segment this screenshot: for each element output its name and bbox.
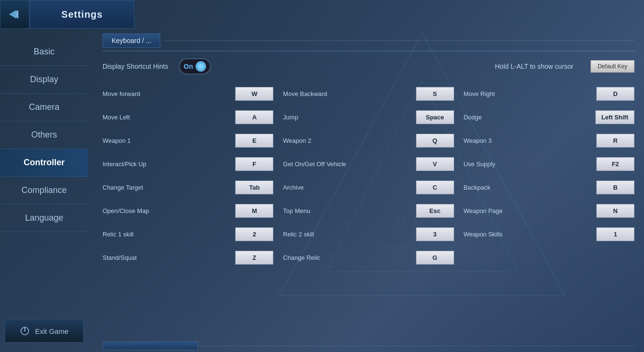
keybind-relic2: Relic 2 skill 3 — [283, 224, 454, 244]
key-move-forward[interactable]: W — [235, 87, 273, 101]
key-change-relic[interactable]: G — [416, 251, 454, 265]
keybind-change-target: Change Target Tab — [103, 178, 273, 197]
keybind-backpack: Backpack B — [464, 178, 634, 197]
key-weapon2[interactable]: Q — [416, 134, 454, 148]
shortcut-hints-toggle[interactable]: On — [179, 58, 211, 75]
header: Settings — [0, 0, 644, 29]
bottom-scrollbar — [103, 341, 634, 350]
keybind-weapon1: Weapon 1 E — [103, 131, 273, 150]
toggle-circle-icon — [196, 61, 206, 72]
page-title: Settings — [62, 9, 103, 20]
keybind-weapon-page: Weapon Page N — [464, 201, 634, 221]
keybind-weapon2: Weapon 2 Q — [283, 131, 454, 150]
sidebar-item-compliance[interactable]: Compliance — [0, 177, 88, 204]
display-shortcut-row: Display Shortcut Hints On Hold L-ALT to … — [103, 55, 634, 77]
keybind-dodge: Dodge Left Shift — [464, 107, 634, 127]
sidebar: Basic Display Camera Others Controller C… — [0, 29, 88, 352]
key-weapon1[interactable]: E — [235, 134, 273, 148]
keybind-map: Open/Close Map M — [103, 201, 273, 221]
key-vehicle[interactable]: V — [416, 157, 454, 171]
main-content: Keyboard / ... Display Shortcut Hints On… — [88, 29, 644, 352]
exit-game-button[interactable]: Exit Game — [5, 320, 83, 342]
sidebar-item-display[interactable]: Display — [0, 66, 88, 94]
keybind-move-right: Move Right D — [464, 84, 634, 104]
key-top-menu[interactable]: Esc — [416, 204, 454, 218]
title-bar: Settings — [30, 0, 135, 29]
key-backpack[interactable]: B — [596, 181, 634, 194]
key-move-left[interactable]: A — [235, 110, 273, 124]
key-move-backward[interactable]: S — [416, 87, 454, 101]
keybind-move-forward: Move forward W — [103, 84, 273, 104]
tab-strip: Keyboard / ... — [103, 33, 634, 52]
key-archive[interactable]: C — [416, 181, 454, 194]
keybind-top-menu: Top Menu Esc — [283, 201, 454, 221]
key-dodge[interactable]: Left Shift — [595, 110, 634, 124]
keybind-interact: Interact/Pick Up F — [103, 154, 273, 174]
key-relic2[interactable]: 3 — [416, 227, 454, 241]
sidebar-item-controller[interactable]: Controller — [0, 149, 88, 177]
key-supply[interactable]: F2 — [596, 157, 634, 171]
keybind-archive: Archive C — [283, 178, 454, 197]
key-map[interactable]: M — [235, 204, 273, 218]
exit-game-label: Exit Game — [35, 327, 68, 335]
sidebar-item-camera[interactable]: Camera — [0, 94, 88, 121]
keybind-move-backward: Move Backward S — [283, 84, 454, 104]
keybind-move-left: Move Left A — [103, 107, 273, 127]
tab-keyboard[interactable]: Keyboard / ... — [103, 33, 160, 48]
keybind-change-relic: Change Relic G — [283, 248, 454, 267]
key-interact[interactable]: F — [235, 157, 273, 171]
shortcut-hints-label: Display Shortcut Hints — [103, 63, 169, 70]
keybind-stand-squat: Stand/Squat Z — [103, 248, 273, 267]
key-change-target[interactable]: Tab — [235, 181, 273, 194]
keybind-jump: Jump Space — [283, 107, 454, 127]
power-icon — [20, 326, 30, 336]
default-key-button[interactable]: Default Key — [591, 60, 634, 73]
keybind-vehicle: Get On/Get Off Vehicle V — [283, 154, 454, 174]
svg-marker-6 — [9, 10, 16, 19]
sidebar-item-basic[interactable]: Basic — [0, 38, 88, 66]
key-weapon3[interactable]: R — [596, 134, 634, 148]
scroll-tab[interactable] — [103, 341, 198, 350]
key-move-right[interactable]: D — [596, 87, 634, 101]
keybind-relic1: Relic 1 skill 2 — [103, 224, 273, 244]
key-jump[interactable]: Space — [416, 110, 454, 124]
key-stand-squat[interactable]: Z — [235, 251, 273, 265]
scroll-track — [198, 345, 634, 346]
sidebar-item-language[interactable]: Language — [0, 204, 88, 232]
key-weapon-skills[interactable]: 1 — [596, 227, 634, 241]
back-button[interactable] — [0, 0, 30, 29]
key-relic1[interactable]: 2 — [235, 227, 273, 241]
hold-lalt-label: Hold L-ALT to show cursor — [495, 63, 573, 70]
sidebar-item-others[interactable]: Others — [0, 121, 88, 149]
keybind-empty — [464, 248, 634, 267]
keybind-supply: Use Supply F2 — [464, 154, 634, 174]
keybind-weapon3: Weapon 3 R — [464, 131, 634, 150]
keybindings-grid: Move forward W Move Backward S Move Righ… — [103, 84, 634, 267]
keybind-weapon-skills: Weapon Skills 1 — [464, 224, 634, 244]
key-weapon-page[interactable]: N — [596, 204, 634, 218]
